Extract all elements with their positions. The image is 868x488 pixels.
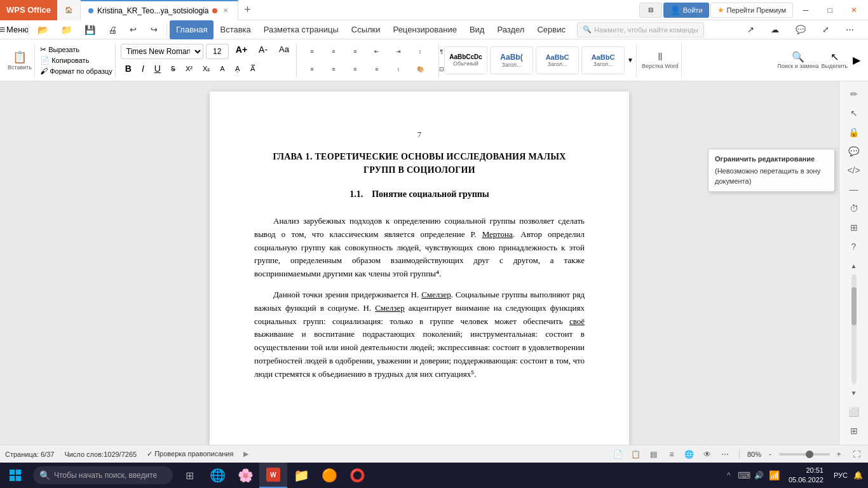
menu-section[interactable]: Раздел bbox=[491, 20, 531, 39]
menu-refs[interactable]: Ссылки bbox=[345, 20, 387, 39]
cut-btn[interactable]: ✂ Вырезать bbox=[40, 45, 112, 54]
edit-tool-icon[interactable]: ✏ bbox=[846, 86, 862, 102]
taskbar-taskview[interactable]: ⊞ bbox=[175, 463, 203, 488]
zoom-out-btn[interactable]: - bbox=[764, 448, 776, 461]
font-size-input[interactable] bbox=[206, 44, 229, 59]
spell-check-status[interactable]: ✓ Проверка правописания bbox=[147, 450, 233, 458]
menu-insert[interactable]: Вставка bbox=[214, 20, 257, 39]
menu-view[interactable]: Вид bbox=[463, 20, 491, 39]
taskbar-flower[interactable]: 🌸 bbox=[231, 463, 259, 488]
strikethrough-btn[interactable]: S̶ bbox=[166, 61, 180, 76]
styles-expand-btn[interactable]: ▼ bbox=[627, 57, 634, 64]
tab-close-btn[interactable]: ✕ bbox=[221, 6, 230, 15]
table-icon[interactable]: ⊞ bbox=[846, 220, 862, 235]
zoom-multi-page[interactable]: ⊞ bbox=[846, 423, 862, 438]
expand-btn[interactable]: ⤢ bbox=[816, 20, 836, 39]
align-justify-btn[interactable]: ≡ bbox=[367, 61, 387, 78]
annotation-icon[interactable]: 💬 bbox=[846, 144, 862, 159]
lock-icon[interactable]: 🔒 bbox=[846, 125, 862, 140]
dash-icon[interactable]: — bbox=[846, 182, 862, 197]
status-outline-icon[interactable]: ≡ bbox=[665, 448, 678, 461]
style-heading2[interactable]: AaBbC Загол... bbox=[536, 46, 579, 74]
decrease-indent-btn[interactable]: ⇤ bbox=[367, 43, 387, 60]
window-layout-btn[interactable]: ⊟ bbox=[639, 3, 662, 18]
font-name-select[interactable]: Times New Roman bbox=[121, 44, 203, 59]
zoom-slider[interactable] bbox=[779, 453, 830, 456]
sort-btn[interactable]: ↕ bbox=[410, 43, 430, 60]
home-tab[interactable]: 🏠 bbox=[57, 0, 81, 20]
start-button[interactable] bbox=[0, 463, 31, 488]
tray-speaker[interactable]: 🔊 bbox=[753, 469, 766, 482]
premium-btn[interactable]: ★ Перейти Премиум bbox=[710, 3, 793, 18]
login-btn[interactable]: 👤 Войти bbox=[663, 3, 709, 18]
minimize-btn[interactable]: ─ bbox=[794, 1, 817, 19]
help-icon[interactable]: ? bbox=[846, 239, 862, 254]
style-normal[interactable]: AaBbCcDc Обычный bbox=[444, 46, 487, 74]
undo-btn[interactable]: ↩ bbox=[123, 20, 143, 39]
code-icon[interactable]: </> bbox=[846, 163, 862, 178]
subscript-btn[interactable]: X₂ bbox=[198, 61, 214, 76]
copy-btn[interactable]: 📄 Копировать bbox=[40, 56, 112, 65]
menu-service[interactable]: Сервис bbox=[531, 20, 572, 39]
taskbar-files[interactable]: 📁 bbox=[287, 463, 315, 488]
toolbar-expand-btn[interactable]: ▶ bbox=[850, 54, 863, 66]
tray-network[interactable]: 📶 bbox=[768, 469, 781, 482]
list-numbered-btn[interactable]: ≡ bbox=[323, 43, 344, 60]
font-grow-btn[interactable]: A+ bbox=[231, 44, 252, 59]
paste-btn[interactable]: 📋 Вставить bbox=[8, 50, 32, 71]
scroll-track[interactable] bbox=[851, 274, 857, 384]
fullscreen-status-btn[interactable]: ⛶ bbox=[850, 448, 863, 461]
history-icon[interactable]: ⏱ bbox=[846, 201, 862, 216]
multilevel-list-btn[interactable]: ≡ bbox=[345, 43, 365, 60]
cloud-btn[interactable]: ☁ bbox=[764, 20, 785, 39]
align-right-btn[interactable]: ≡ bbox=[345, 61, 365, 78]
status-layout-icon[interactable]: ▤ bbox=[648, 448, 660, 461]
style-heading3[interactable]: AaBbC Загол... bbox=[581, 46, 625, 74]
menu-save[interactable]: 💾 bbox=[78, 20, 102, 39]
word-art-btn[interactable]: Ⅱ Верстка Word bbox=[642, 51, 679, 69]
tray-up-arrow[interactable]: ^ bbox=[722, 469, 735, 482]
status-doc2-icon[interactable]: 📋 bbox=[630, 448, 642, 461]
underline-btn[interactable]: U bbox=[150, 61, 165, 76]
menu-open[interactable]: 📁 bbox=[55, 20, 78, 39]
zoom-one-page[interactable]: ⬜ bbox=[846, 404, 862, 419]
status-more-icon[interactable]: ⋯ bbox=[719, 448, 731, 461]
line-spacing-btn[interactable]: ↕ bbox=[388, 61, 409, 78]
menu-print[interactable]: 🖨 bbox=[102, 20, 123, 39]
share-btn[interactable]: ↗ bbox=[741, 20, 761, 39]
select-btn[interactable]: ↖ Выделить bbox=[821, 51, 848, 69]
shading-btn[interactable]: 🎨 bbox=[410, 61, 430, 78]
close-btn[interactable]: ✕ bbox=[843, 1, 865, 19]
list-bullet-btn[interactable]: ≡ bbox=[302, 43, 322, 60]
more-menu-btn[interactable]: ⋯ bbox=[839, 20, 860, 39]
align-left-btn[interactable]: ≡ bbox=[302, 61, 322, 78]
format-paint-btn[interactable]: 🖌 Формат по образцу bbox=[40, 67, 112, 76]
scroll-down-btn[interactable]: ▼ bbox=[845, 386, 863, 399]
increase-indent-btn[interactable]: ⇥ bbox=[388, 43, 409, 60]
find-replace-btn[interactable]: 🔍 Поиск и замена bbox=[777, 51, 818, 69]
command-search[interactable]: 🔍 Нажмите, чтобы найти команды bbox=[577, 22, 704, 37]
new-tab-btn[interactable]: + bbox=[238, 0, 256, 20]
clear-format-btn[interactable]: Aa bbox=[275, 44, 294, 59]
wps-logo[interactable]: WPS Office bbox=[0, 0, 57, 20]
menu-layout[interactable]: Разметка страницы bbox=[257, 20, 345, 39]
zoom-in-btn[interactable]: + bbox=[832, 448, 845, 461]
chat-btn[interactable]: 💬 bbox=[789, 20, 812, 39]
status-doc-icon[interactable]: 📄 bbox=[612, 448, 625, 461]
taskbar-orange[interactable]: 🟠 bbox=[315, 463, 343, 488]
char-border-btn[interactable]: A̅ bbox=[246, 61, 260, 76]
font-color-btn[interactable]: A bbox=[215, 61, 229, 76]
style-heading1[interactable]: AaBb( Загол... bbox=[490, 46, 533, 74]
redo-btn[interactable]: ↪ bbox=[144, 20, 164, 39]
status-read-icon[interactable]: 👁 bbox=[701, 448, 714, 461]
menu-home[interactable]: Главная bbox=[170, 20, 214, 39]
doc-tab[interactable]: Kristina_KR_Teo...ya_sotsiologia ✕ bbox=[81, 0, 238, 20]
menu-review[interactable]: Рецензирование bbox=[387, 20, 463, 39]
maximize-btn[interactable]: □ bbox=[818, 1, 841, 19]
taskbar-globe[interactable]: 🌐 bbox=[203, 463, 231, 488]
italic-btn[interactable]: I bbox=[137, 61, 149, 76]
superscript-btn[interactable]: X² bbox=[181, 61, 197, 76]
tray-keyboard[interactable]: ⌨ bbox=[738, 469, 750, 482]
align-center-btn[interactable]: ≡ bbox=[323, 61, 344, 78]
taskbar-search[interactable]: 🔍 Чтобы начать поиск, введите bbox=[33, 466, 173, 484]
